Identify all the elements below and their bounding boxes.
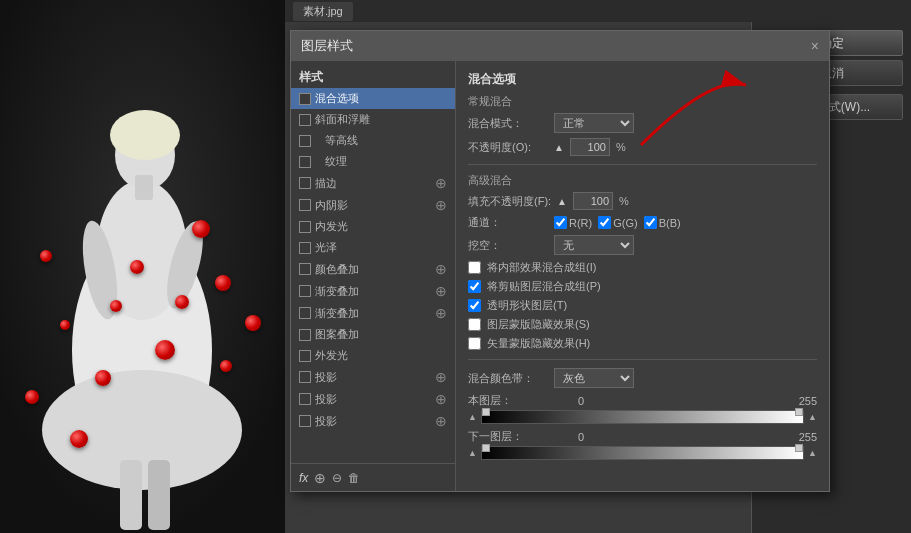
style-checkbox-12[interactable] bbox=[299, 350, 311, 362]
normal-blend-label: 常规混合 bbox=[468, 94, 817, 109]
style-checkbox-4[interactable] bbox=[299, 177, 311, 189]
dialog-title: 图层样式 bbox=[301, 37, 353, 55]
style-item-10[interactable]: 渐变叠加⊕ bbox=[291, 302, 455, 324]
sphere-7 bbox=[130, 260, 144, 274]
style-item-4[interactable]: 描边⊕ bbox=[291, 172, 455, 194]
fx-icon[interactable]: fx bbox=[299, 471, 308, 485]
style-label-8: 颜色叠加 bbox=[315, 262, 359, 277]
style-checkbox-3[interactable] bbox=[299, 156, 311, 168]
style-checkbox-5[interactable] bbox=[299, 199, 311, 211]
blend-cb-row-3: 图层蒙版隐藏效果(S) bbox=[468, 317, 817, 332]
style-checkbox-15[interactable] bbox=[299, 415, 311, 427]
style-item-14[interactable]: 投影⊕ bbox=[291, 388, 455, 410]
style-checkbox-10[interactable] bbox=[299, 307, 311, 319]
trash-icon[interactable]: 🗑 bbox=[348, 471, 360, 485]
channel-r-label: R(R) bbox=[554, 216, 592, 229]
next-layer-label: 下一图层： bbox=[468, 429, 548, 444]
background-photo bbox=[0, 0, 285, 533]
blend-color-select[interactable]: 灰色 bbox=[554, 368, 634, 388]
opacity-unit: % bbox=[616, 141, 626, 153]
blend-cb-4[interactable] bbox=[468, 337, 481, 350]
style-plus-15[interactable]: ⊕ bbox=[435, 413, 447, 429]
sphere-8 bbox=[110, 300, 122, 312]
sphere-6 bbox=[220, 360, 232, 372]
channel-g-label: G(G) bbox=[598, 216, 637, 229]
style-plus-5[interactable]: ⊕ bbox=[435, 197, 447, 213]
add-style-icon[interactable]: ⊕ bbox=[314, 470, 326, 486]
style-plus-13[interactable]: ⊕ bbox=[435, 369, 447, 385]
next-layer-left-handle[interactable] bbox=[482, 444, 490, 452]
channel-g-checkbox[interactable] bbox=[598, 216, 611, 229]
file-tab[interactable]: 素材.jpg bbox=[293, 2, 353, 21]
style-item-3[interactable]: 纹理 bbox=[291, 151, 455, 172]
style-checkbox-6[interactable] bbox=[299, 221, 311, 233]
remove-style-icon[interactable]: ⊖ bbox=[332, 471, 342, 485]
sphere-3 bbox=[155, 340, 175, 360]
svg-rect-11 bbox=[148, 460, 170, 530]
style-item-0[interactable]: 混合选项 bbox=[291, 88, 455, 109]
blend-options-title: 混合选项 bbox=[468, 71, 817, 88]
next-layer-right-handle[interactable] bbox=[795, 444, 803, 452]
blend-cb-label-1: 将剪贴图层混合成组(P) bbox=[487, 279, 601, 294]
style-plus-8[interactable]: ⊕ bbox=[435, 261, 447, 277]
channel-r-checkbox[interactable] bbox=[554, 216, 567, 229]
knockout-select[interactable]: 无 bbox=[554, 235, 634, 255]
style-plus-4[interactable]: ⊕ bbox=[435, 175, 447, 191]
style-item-11[interactable]: 图案叠加 bbox=[291, 324, 455, 345]
this-layer-min: 0 bbox=[554, 395, 584, 407]
dialog-title-bar: 图层样式 × bbox=[291, 31, 829, 61]
style-item-8[interactable]: 颜色叠加⊕ bbox=[291, 258, 455, 280]
style-checkbox-2[interactable] bbox=[299, 135, 311, 147]
next-layer-group: 下一图层： 0 255 ▲ ▲ bbox=[468, 429, 817, 460]
style-checkbox-13[interactable] bbox=[299, 371, 311, 383]
style-item-13[interactable]: 投影⊕ bbox=[291, 366, 455, 388]
fill-opacity-input[interactable] bbox=[573, 192, 613, 210]
svg-point-6 bbox=[110, 110, 180, 160]
style-item-6[interactable]: 内发光 bbox=[291, 216, 455, 237]
sphere-10 bbox=[60, 320, 70, 330]
style-plus-10[interactable]: ⊕ bbox=[435, 305, 447, 321]
this-layer-slider[interactable] bbox=[481, 410, 804, 424]
style-item-7[interactable]: 光泽 bbox=[291, 237, 455, 258]
style-label-1: 斜面和浮雕 bbox=[315, 112, 370, 127]
style-checkbox-7[interactable] bbox=[299, 242, 311, 254]
this-layer-left-handle[interactable] bbox=[482, 408, 490, 416]
next-layer-slider[interactable] bbox=[481, 446, 804, 460]
style-label-11: 图案叠加 bbox=[315, 327, 359, 342]
blend-mode-select[interactable]: 正常 bbox=[554, 113, 634, 133]
style-checkbox-8[interactable] bbox=[299, 263, 311, 275]
this-layer-right-handle[interactable] bbox=[795, 408, 803, 416]
style-label-3: 纹理 bbox=[315, 154, 347, 169]
blend-cb-1[interactable] bbox=[468, 280, 481, 293]
blend-cb-2[interactable] bbox=[468, 299, 481, 312]
style-plus-14[interactable]: ⊕ bbox=[435, 391, 447, 407]
blend-cb-row-4: 矢量蒙版隐藏效果(H) bbox=[468, 336, 817, 351]
style-label-7: 光泽 bbox=[315, 240, 337, 255]
style-label-12: 外发光 bbox=[315, 348, 348, 363]
style-checkbox-1[interactable] bbox=[299, 114, 311, 126]
opacity-input[interactable] bbox=[570, 138, 610, 156]
style-checkbox-0[interactable] bbox=[299, 93, 311, 105]
style-item-9[interactable]: 渐变叠加⊕ bbox=[291, 280, 455, 302]
next-layer-slider-row: ▲ ▲ bbox=[468, 446, 817, 460]
blend-cb-0[interactable] bbox=[468, 261, 481, 274]
fill-opacity-unit: % bbox=[619, 195, 629, 207]
advanced-blend-label: 高级混合 bbox=[468, 173, 817, 188]
style-checkbox-14[interactable] bbox=[299, 393, 311, 405]
blend-mode-label: 混合模式： bbox=[468, 116, 548, 131]
blend-color-label: 混合颜色带： bbox=[468, 371, 548, 386]
style-label-10: 渐变叠加 bbox=[315, 306, 359, 321]
style-checkbox-9[interactable] bbox=[299, 285, 311, 297]
style-item-1[interactable]: 斜面和浮雕 bbox=[291, 109, 455, 130]
channel-b-checkbox[interactable] bbox=[644, 216, 657, 229]
close-button[interactable]: × bbox=[811, 38, 819, 54]
sphere-12 bbox=[25, 390, 39, 404]
style-label-0: 混合选项 bbox=[315, 91, 359, 106]
style-item-12[interactable]: 外发光 bbox=[291, 345, 455, 366]
style-item-2[interactable]: 等高线 bbox=[291, 130, 455, 151]
style-item-15[interactable]: 投影⊕ bbox=[291, 410, 455, 432]
style-checkbox-11[interactable] bbox=[299, 329, 311, 341]
style-plus-9[interactable]: ⊕ bbox=[435, 283, 447, 299]
blend-cb-3[interactable] bbox=[468, 318, 481, 331]
style-item-5[interactable]: 内阴影⊕ bbox=[291, 194, 455, 216]
